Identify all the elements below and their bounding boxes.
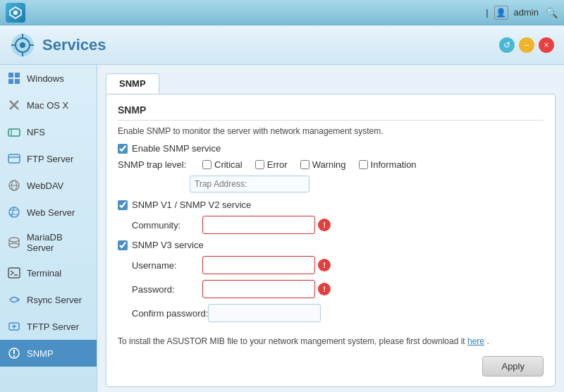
trap-warning-checkbox[interactable]: [300, 160, 309, 169]
nfs-icon: [7, 125, 21, 139]
snmp-icon: [7, 346, 21, 360]
tab-bar: SNMP: [106, 73, 556, 94]
sidebar-label-mariadb: MariaDB Server: [27, 232, 90, 253]
svg-rect-9: [8, 73, 13, 78]
sidebar-label-snmp: SNMP: [27, 348, 54, 359]
sidebar-item-tftp[interactable]: TFTP Server: [0, 313, 97, 340]
trap-options: Critical Error Warning Information: [202, 159, 417, 170]
svg-rect-11: [8, 79, 13, 84]
button-row: Apply: [118, 356, 544, 376]
svg-rect-12: [15, 79, 20, 84]
svg-point-1: [13, 11, 18, 15]
webserver-icon: [7, 205, 21, 219]
trap-information-checkbox[interactable]: [359, 160, 368, 169]
svg-rect-10: [15, 73, 20, 78]
snmpv1v2-row: SNMP V1 / SNMP V2 service: [118, 200, 544, 210]
sidebar-label-tftp: TFTP Server: [27, 321, 79, 332]
sidebar-item-webserver[interactable]: Web Server: [0, 199, 97, 226]
user-separator: |: [486, 7, 488, 18]
mariadb-icon: [7, 235, 21, 250]
snmpv3-checkbox[interactable]: [118, 240, 128, 250]
password-error-icon: !: [318, 283, 331, 295]
svg-line-23: [11, 207, 14, 217]
trap-level-row: SNMP trap level: Critical Error Warning: [118, 159, 544, 170]
sidebar-item-rsync[interactable]: Rsync Server: [0, 286, 97, 313]
snmp-description: Enable SNMP to monitor the server with n…: [118, 126, 544, 136]
sidebar-item-windows[interactable]: Windows: [0, 65, 97, 92]
username-label: Username:: [132, 260, 202, 271]
apply-button[interactable]: Apply: [482, 356, 544, 376]
close-button[interactable]: ×: [539, 37, 554, 53]
username-row: Username: !: [118, 256, 544, 274]
trap-warning-label: Warning: [312, 159, 346, 170]
sidebar-item-ftp[interactable]: FTP Server: [0, 145, 97, 172]
sidebar-label-webserver: Web Server: [27, 207, 75, 218]
trap-option-warning: Warning: [300, 159, 346, 170]
sidebar-item-terminal[interactable]: Terminal: [0, 259, 97, 286]
user-info: | 👤 admin 🔍: [486, 6, 558, 20]
refresh-button[interactable]: ↺: [499, 37, 515, 53]
trap-address-row: [118, 176, 544, 192]
snmpv1v2-label: SNMP V1 / SNMP V2 service: [132, 200, 251, 210]
sidebar-label-terminal: Terminal: [27, 268, 61, 278]
username-label: admin: [514, 7, 539, 18]
svg-rect-17: [8, 154, 20, 163]
trap-error-label: Error: [267, 159, 288, 170]
trap-information-label: Information: [371, 159, 417, 170]
enable-snmp-label: Enable SNMP service: [132, 143, 221, 154]
confirm-password-input[interactable]: [208, 304, 321, 322]
services-header-icon: [10, 32, 35, 58]
tab-snmp[interactable]: SNMP: [106, 73, 159, 94]
main-layout: Windows Mac OS X NFS: [0, 65, 564, 392]
sidebar-item-snmp[interactable]: SNMP: [0, 340, 97, 367]
sidebar-item-mariadb[interactable]: MariaDB Server: [0, 226, 97, 259]
trap-error-checkbox[interactable]: [255, 160, 264, 169]
sidebar-label-macos: Mac OS X: [27, 100, 68, 111]
snmpv3-label: SNMP V3 service: [132, 240, 204, 250]
snmpv1v2-checkbox[interactable]: [118, 200, 128, 210]
username-error-icon: !: [318, 259, 331, 271]
footer-end: .: [486, 336, 489, 346]
webdav-icon: [7, 178, 21, 192]
minimize-button[interactable]: −: [519, 37, 534, 53]
password-label: Password:: [132, 284, 202, 295]
tftp-icon: [7, 319, 21, 333]
confirm-password-label: Confirm password:: [132, 308, 208, 319]
sidebar-item-webdav[interactable]: WebDAV: [0, 172, 97, 199]
password-input[interactable]: [202, 280, 315, 298]
footer-link[interactable]: here: [467, 336, 484, 346]
trap-level-label: SNMP trap level:: [118, 159, 188, 170]
enable-snmp-checkbox[interactable]: [118, 144, 128, 154]
community-error-icon: !: [318, 219, 331, 231]
community-input[interactable]: [202, 216, 315, 234]
trap-address-input[interactable]: [190, 176, 309, 192]
trap-option-information: Information: [359, 159, 417, 170]
rsync-icon: [7, 293, 21, 307]
svg-point-4: [20, 42, 25, 48]
search-icon[interactable]: 🔍: [544, 6, 558, 20]
sidebar: Windows Mac OS X NFS: [0, 65, 97, 392]
window-controls: ↺ − ×: [499, 37, 554, 53]
confirm-password-row: Confirm password:: [118, 304, 544, 322]
snmp-panel: SNMP Enable SNMP to monitor the server w…: [106, 94, 556, 387]
sidebar-label-webdav: WebDAV: [27, 180, 63, 191]
content-area: SNMP SNMP Enable SNMP to monitor the ser…: [97, 65, 564, 392]
sidebar-label-windows: Windows: [27, 73, 64, 84]
terminal-icon: [7, 266, 21, 280]
trap-critical-label: Critical: [214, 159, 243, 170]
sidebar-label-ftp: FTP Server: [27, 154, 73, 164]
footer-note: To install the ASUSTOR MIB file to your …: [118, 331, 544, 346]
community-label: Community:: [132, 220, 202, 231]
sidebar-item-macos[interactable]: Mac OS X: [0, 92, 97, 118]
app-title: Services: [42, 36, 106, 54]
username-input[interactable]: [202, 256, 315, 274]
sidebar-label-rsync: Rsync Server: [27, 295, 82, 305]
panel-title: SNMP: [118, 104, 544, 121]
windows-icon: [7, 71, 21, 85]
trap-critical-checkbox[interactable]: [202, 160, 212, 169]
sidebar-item-nfs[interactable]: NFS: [0, 118, 97, 145]
svg-point-38: [13, 355, 15, 357]
svg-rect-15: [8, 129, 20, 136]
sidebar-label-nfs: NFS: [27, 127, 45, 137]
app-icon: [6, 3, 25, 23]
